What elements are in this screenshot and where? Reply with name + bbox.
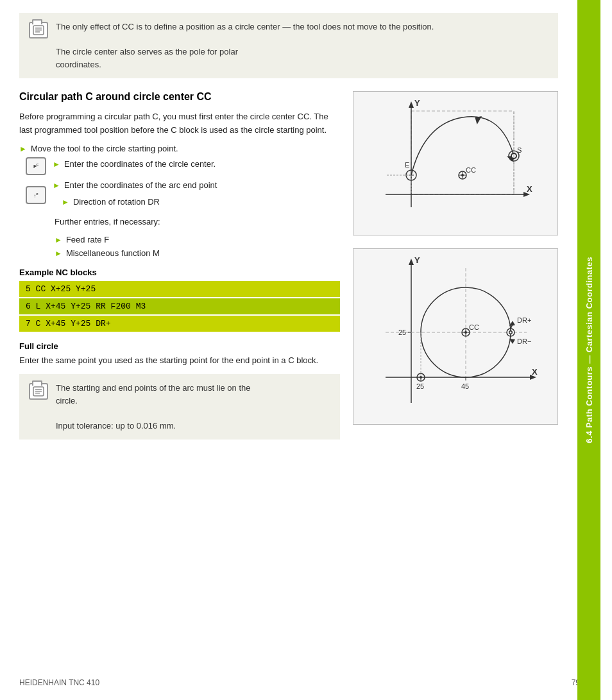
svg-text:CC: CC <box>466 166 476 174</box>
svg-text:X: X <box>532 367 538 377</box>
footer-left: HEIDENHAIN TNC 410 <box>19 678 99 687</box>
full-circle-section: Full circle Enter the same point you use… <box>19 341 340 440</box>
svg-text:Y: Y <box>414 255 420 265</box>
page-footer: HEIDENHAIN TNC 410 79 <box>19 678 580 687</box>
info-icon-bottom <box>29 383 48 400</box>
nc-block-2: 6 L X+45 Y+25 RR F200 M3 <box>19 298 340 314</box>
svg-point-54 <box>510 332 512 334</box>
full-circle-text: Enter the same point you used as the sta… <box>19 354 340 368</box>
nc-blocks-section: Example NC blocks 5 CC X+25 Y+25 6 L X+4… <box>19 268 340 332</box>
bullet-arrow-2: ► <box>53 160 60 169</box>
info-box-top-text: The only effect of CC is to define a pos… <box>56 21 434 71</box>
step1-bullet: ► Move the tool to the circle starting p… <box>19 144 340 153</box>
side-tab: 6.4 Path Contours — Cartesian Coordinate… <box>577 0 600 700</box>
bullet-arrow-6: ► <box>55 249 62 258</box>
side-tab-text: 6.4 Path Contours — Cartesian Coordinate… <box>584 257 594 443</box>
bullet-arrow-1: ► <box>19 144 27 153</box>
svg-rect-5 <box>35 389 42 390</box>
diagram-1: Y X E <box>353 91 558 235</box>
svg-text:S: S <box>517 146 522 154</box>
cc-key-icon: Fc <box>26 157 46 175</box>
svg-rect-2 <box>35 30 42 31</box>
svg-rect-7 <box>35 393 40 394</box>
key2-row: ↑c ► Enter the coordinates of the arc en… <box>26 180 340 210</box>
svg-text:Y: Y <box>414 98 420 108</box>
svg-point-31 <box>461 174 464 176</box>
svg-text:X: X <box>527 184 532 194</box>
c-key-icon: ↑c <box>26 186 46 204</box>
full-circle-heading: Full circle <box>19 341 340 351</box>
info-box-bottom: The starting and end points of the arc m… <box>19 374 340 440</box>
bullet-arrow-3: ► <box>53 181 60 190</box>
info-icon-top <box>29 22 48 38</box>
further-entries: Further entries, if necessary: <box>55 216 340 229</box>
svg-text:25: 25 <box>398 329 406 336</box>
svg-text:DR+: DR+ <box>517 316 531 324</box>
nc-blocks-label: Example NC blocks <box>19 268 340 277</box>
intro-text: Before programming a circular path C, yo… <box>19 110 340 137</box>
section-heading: Circular path C around circle center CC <box>19 91 340 103</box>
bullet-arrow-4: ► <box>62 198 69 207</box>
svg-text:25: 25 <box>416 382 424 390</box>
svg-rect-3 <box>35 31 40 33</box>
feed-rate-bullet: ► Feed rate F <box>55 235 340 244</box>
svg-rect-8 <box>353 92 552 233</box>
svg-text:CC: CC <box>469 323 479 331</box>
key2-label: ► Enter the coordinates of the arc end p… <box>53 180 217 190</box>
nc-block-1: 5 CC X+25 Y+25 <box>19 281 340 297</box>
svg-rect-37 <box>353 249 552 422</box>
bullet-arrow-5: ► <box>55 235 62 244</box>
diagrams-column: Y X E <box>353 91 558 452</box>
key1-label: ► Enter the coordinates of the circle ce… <box>53 159 216 169</box>
key1-row: Fc ► Enter the coordinates of the circle… <box>26 157 340 175</box>
svg-rect-1 <box>35 28 42 29</box>
diagram-2: Y X CC <box>353 248 558 425</box>
svg-text:DR−: DR− <box>517 337 531 345</box>
misc-function-bullet: ► Miscellaneous function M <box>55 248 340 258</box>
svg-text:45: 45 <box>461 382 469 390</box>
nc-block-3: 7 C X+45 Y+25 DR+ <box>19 316 340 332</box>
svg-rect-6 <box>35 391 42 392</box>
info-box-bottom-text: The starting and end points of the arc m… <box>56 382 251 432</box>
info-box-top: The only effect of CC is to define a pos… <box>19 13 558 78</box>
svg-text:E: E <box>405 161 409 169</box>
bullet-dr: ► Direction of rotation DR <box>62 197 217 207</box>
